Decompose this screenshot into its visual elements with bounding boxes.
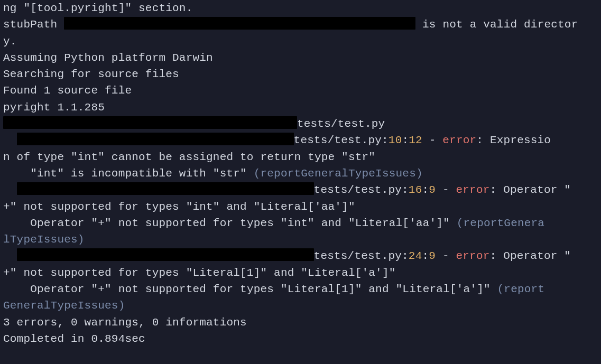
file-path: tests/test.py: [294, 134, 382, 146]
line-number: 10: [389, 134, 402, 146]
colon: :: [422, 250, 429, 262]
colon: :: [490, 184, 504, 196]
error-label: error: [442, 134, 476, 146]
file-path: tests/test.py: [297, 118, 385, 130]
colon: :: [402, 250, 409, 262]
error-label: error: [456, 250, 490, 262]
text-line: pyright 1.1.285: [3, 101, 105, 114]
text-line: Assuming Python platform Darwin: [3, 52, 213, 64]
summary-counts: 3 errors, 0 warnings, 0 informations: [3, 316, 247, 329]
error-detail: Operator "+" not supported for types "Li…: [3, 283, 497, 295]
redacted-block: [64, 17, 415, 30]
error-message: Operator ": [503, 184, 571, 196]
rule-name: lTypeIssues): [3, 234, 85, 246]
rule-name: (report: [497, 283, 545, 295]
error-message: n of type "int" cannot be assigned to re…: [3, 151, 375, 163]
colon: :: [476, 134, 490, 146]
text-line: ng "[tool.pyright]" section.: [3, 2, 192, 14]
colon: :: [382, 134, 389, 146]
file-path: tests/test.py: [314, 250, 402, 262]
text-line: is not a valid director: [415, 18, 578, 31]
error-label: error: [456, 184, 490, 196]
text-line: y.: [3, 35, 17, 48]
error-detail: "int" is incompatible with "str": [3, 167, 254, 180]
rule-name: (reportGeneralTypeIssues): [254, 167, 423, 180]
line-number: 24: [409, 250, 422, 262]
dash-sep: -: [436, 184, 456, 196]
column-number: 9: [429, 184, 436, 196]
error-message: Expressio: [490, 134, 551, 146]
colon: :: [402, 184, 409, 196]
column-number: 12: [409, 134, 422, 146]
file-path: tests/test.py: [314, 184, 402, 196]
rule-name: (reportGenera: [457, 217, 544, 229]
line-number: 16: [409, 184, 422, 196]
colon: :: [402, 134, 409, 146]
text-line: Found 1 source file: [3, 85, 132, 97]
terminal-output[interactable]: ng "[tool.pyright]" section. stubPath is…: [0, 0, 601, 347]
redacted-block: [3, 116, 297, 129]
dash-sep: -: [436, 250, 456, 262]
redacted-block: [17, 248, 314, 261]
colon: :: [490, 250, 504, 262]
text-line: Searching for source files: [3, 68, 179, 80]
error-message: Operator ": [503, 250, 571, 262]
colon: :: [422, 184, 429, 196]
error-message: +" not supported for types "Literal[1]" …: [3, 267, 396, 279]
error-detail: Operator "+" not supported for types "in…: [3, 217, 457, 229]
summary-time: Completed in 0.894sec: [3, 333, 145, 345]
redacted-block: [17, 133, 294, 145]
column-number: 9: [429, 250, 436, 262]
rule-name: GeneralTypeIssues): [3, 300, 125, 312]
dash-sep: -: [422, 134, 442, 146]
error-message: +" not supported for types "int" and "Li…: [3, 201, 355, 213]
redacted-block: [17, 182, 314, 195]
text-line: stubPath: [3, 18, 64, 31]
